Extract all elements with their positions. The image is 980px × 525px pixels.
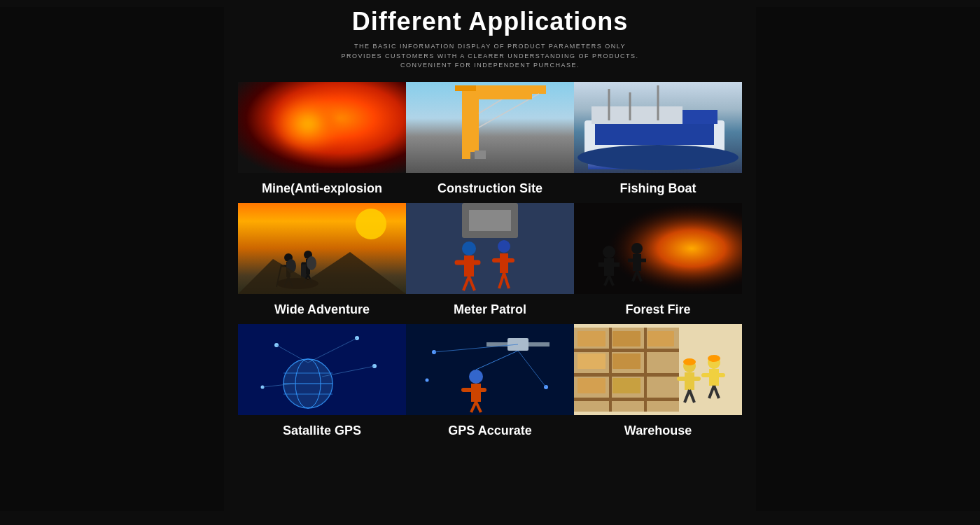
svg-rect-70 [406,324,574,415]
svg-rect-1 [469,85,546,94]
svg-rect-9 [595,124,714,145]
warehouse-image [574,324,742,415]
construction-image [406,82,574,173]
gps-accurate-svg [406,324,574,415]
page-subtitle: THE BASIC INFORMATION DISPLAY OF PRODUCT… [336,42,644,71]
svg-rect-94 [648,331,674,346]
svg-rect-95 [578,354,606,369]
svg-point-50 [631,243,643,254]
adventure-label: Wide Adventure [238,294,406,324]
svg-point-109 [683,358,696,365]
gps-image [238,324,406,415]
svg-point-74 [469,370,483,384]
svg-rect-90 [609,328,612,412]
fire-svg [574,203,742,294]
svg-rect-91 [644,328,647,412]
grid-cell-adventure: Wide Adventure [238,203,406,324]
svg-point-82 [426,378,429,382]
mine-image [238,82,406,173]
svg-rect-89 [574,398,679,401]
svg-rect-7 [592,106,682,124]
svg-rect-87 [574,349,679,352]
adventure-image [238,203,406,294]
hiker-svg [238,203,406,294]
boat-svg [574,82,742,173]
svg-point-10 [578,145,738,170]
crane-svg [406,82,574,173]
right-sidebar [756,7,980,511]
image-construction [406,82,574,173]
svg-rect-93 [612,331,640,346]
warehouse-label: Warehouse [574,415,742,445]
meter-image [406,203,574,294]
image-gps [238,324,406,415]
forestfire-label: Forest Fire [574,294,742,324]
grid-cell-warehouse: Warehouse [574,324,742,445]
grid-cell-fishing: Fishing Boat [574,82,742,203]
svg-rect-39 [500,253,508,273]
svg-marker-29 [238,252,406,294]
image-gpsaccurate [406,324,574,415]
mine-label: Mine(Anti-explosion [238,173,406,203]
grid-cell-mine: Mine(Anti-explosion [238,82,406,203]
svg-rect-5 [475,150,486,159]
svg-rect-8 [682,110,718,124]
gpsaccurate-label: GPS Accurate [406,415,574,445]
construction-label: Construction Site [406,173,574,203]
grid-cell-gps: Satallite GPS [238,324,406,445]
grid-cell-forestfire: Forest Fire [574,203,742,324]
fishing-image [574,82,742,173]
forestfire-image [574,203,742,294]
fishing-label: Fishing Boat [574,173,742,203]
svg-rect-88 [574,373,679,377]
svg-rect-32 [469,210,511,231]
grid-cell-meter: Meter Patrol [406,203,574,324]
svg-rect-96 [612,354,640,369]
meter-svg [406,203,574,294]
svg-rect-34 [464,255,474,276]
left-sidebar [0,7,224,511]
image-fishing [574,82,742,173]
image-forestfire [574,203,742,294]
svg-point-28 [307,256,316,270]
page-wrapper: Different Applications THE BASIC INFORMA… [0,0,980,525]
svg-rect-51 [633,254,641,271]
grid-cell-gpsaccurate: GPS Accurate [406,324,574,445]
svg-line-4 [479,94,511,113]
svg-rect-75 [471,384,481,402]
gpsaccurate-image [406,324,574,415]
svg-rect-97 [578,378,606,393]
image-warehouse [574,324,742,415]
svg-rect-2 [455,85,476,91]
svg-rect-0 [469,85,479,152]
svg-rect-44 [574,203,742,294]
satellite-gps-svg [238,324,406,415]
page-title: Different Applications [336,7,644,36]
gps-label: Satallite GPS [238,415,406,445]
meter-label: Meter Patrol [406,294,574,324]
svg-rect-98 [612,378,640,393]
svg-line-3 [479,94,539,127]
image-adventure [238,203,406,294]
svg-point-33 [462,241,476,255]
svg-rect-46 [604,258,614,276]
header-section: Different Applications THE BASIC INFORMA… [336,7,644,71]
image-mine [238,82,406,173]
applications-grid: Mine(Anti-explosion [238,82,742,445]
svg-point-38 [498,240,510,253]
outer-layout: Different Applications THE BASIC INFORMA… [0,0,980,511]
warehouse-svg [574,324,742,415]
svg-point-110 [708,355,720,362]
svg-point-14 [356,209,386,239]
svg-rect-100 [685,372,694,390]
center-content: Different Applications THE BASIC INFORMA… [224,7,756,445]
grid-cell-construction: Construction Site [406,82,574,203]
svg-point-45 [603,246,615,258]
svg-rect-73 [528,342,550,346]
image-meter [406,203,574,294]
svg-rect-92 [578,331,606,346]
